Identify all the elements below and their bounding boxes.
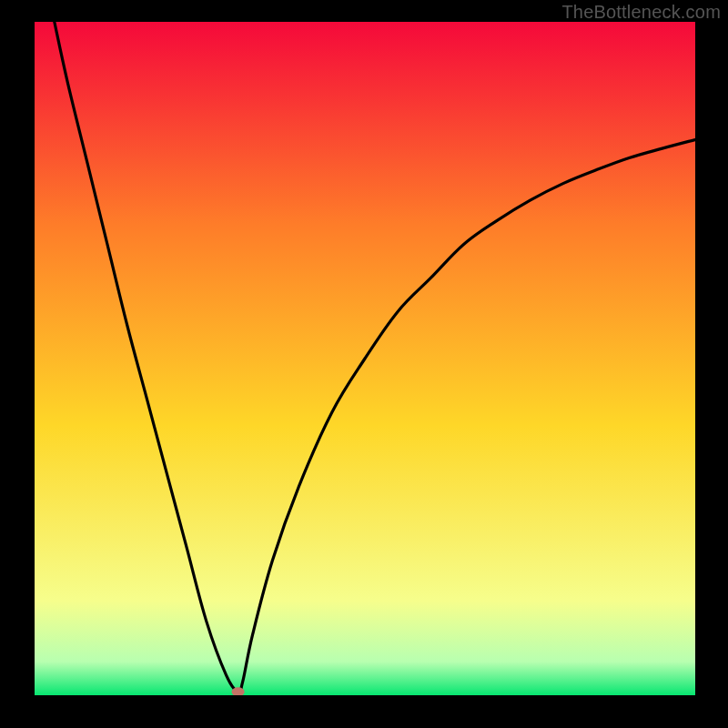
chart-frame: TheBottleneck.com — [0, 0, 728, 728]
watermark-text: TheBottleneck.com — [561, 2, 721, 23]
bottleneck-plot — [35, 22, 695, 695]
